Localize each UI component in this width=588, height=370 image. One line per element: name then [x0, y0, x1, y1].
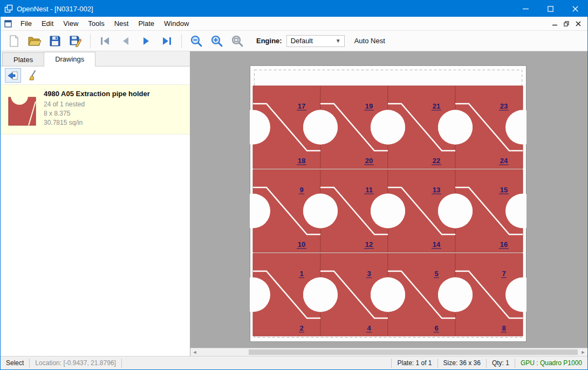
import-drawing-button[interactable]	[5, 68, 21, 83]
engine-select[interactable]: Default ▼	[286, 35, 345, 47]
save-button[interactable]	[45, 32, 65, 50]
zoom-in-magnifier-icon	[210, 35, 223, 48]
open-file-button[interactable]	[24, 32, 45, 50]
status-bar: Select Location: [-0.9437, 21.8796] Plat…	[1, 356, 587, 369]
zoom-window-magnifier-icon	[231, 35, 244, 48]
part-notch	[371, 194, 405, 228]
new-file-button[interactable]	[4, 32, 24, 50]
minimize-button[interactable]	[513, 1, 538, 17]
scrollbar-thumb[interactable]	[249, 349, 578, 355]
part-number-label[interactable]: 23	[500, 102, 508, 110]
first-plate-icon	[99, 36, 111, 46]
first-plate-button[interactable]	[95, 32, 115, 50]
previous-plate-button[interactable]	[115, 32, 136, 50]
part-number-label[interactable]: 6	[434, 324, 438, 332]
part-notch	[303, 194, 338, 228]
drawing-nested-count: 24 of 1 nested	[44, 100, 150, 109]
title-bar: OpenNest - [N0317-002]	[1, 1, 587, 17]
document-icon[interactable]	[1, 20, 16, 28]
menu-item-tools[interactable]: Tools	[83, 17, 109, 31]
plate-canvas[interactable]: 171819202122232491011121314151612345678	[250, 65, 527, 342]
auto-nest-button[interactable]: Auto Nest	[354, 37, 385, 45]
clean-drawings-button[interactable]	[25, 68, 42, 83]
part-number-label[interactable]: 12	[365, 240, 373, 248]
zoom-in-button[interactable]	[207, 32, 227, 50]
part-number-label[interactable]: 16	[500, 240, 508, 248]
next-plate-button[interactable]	[136, 32, 156, 50]
part-notch	[371, 110, 405, 145]
close-button[interactable]	[563, 1, 587, 17]
drawing-area: 30.7815 sq/in	[44, 118, 150, 127]
part-number-label[interactable]: 3	[367, 270, 371, 278]
part-number-label[interactable]: 15	[500, 186, 508, 194]
clean-broom-icon	[28, 70, 39, 81]
menu-item-view[interactable]: View	[58, 17, 83, 31]
scroll-left-icon[interactable]: ◄	[190, 348, 199, 356]
part-thumbnail	[7, 90, 37, 129]
part-number-label[interactable]: 21	[433, 102, 440, 110]
mdi-child-buttons	[549, 18, 587, 29]
zoom-out-button[interactable]	[186, 32, 207, 50]
horizontal-scrollbar[interactable]: ◄ ►	[190, 348, 587, 356]
last-plate-button[interactable]	[156, 32, 177, 50]
status-mode: Select	[1, 359, 30, 368]
drawings-toolbar	[1, 66, 190, 85]
status-gpu: GPU : Quadro P1000	[515, 359, 587, 368]
part-number-label[interactable]: 10	[298, 240, 305, 248]
part-notch	[438, 194, 473, 228]
part-number-label[interactable]: 17	[298, 102, 305, 110]
part-number-label[interactable]: 13	[433, 186, 440, 194]
last-plate-icon	[161, 36, 173, 46]
side-panel: Plates Drawings	[1, 51, 190, 356]
part-number-label[interactable]: 18	[298, 157, 305, 165]
tab-drawings[interactable]: Drawings	[44, 52, 95, 66]
menu-item-nest[interactable]: Nest	[110, 17, 134, 31]
engine-label: Engine:	[256, 37, 282, 45]
part-number-label[interactable]: 19	[365, 102, 373, 110]
menu-item-plate[interactable]: Plate	[133, 17, 159, 31]
open-folder-icon	[28, 35, 42, 47]
scroll-right-icon[interactable]: ►	[579, 348, 587, 356]
caption-buttons	[513, 1, 587, 17]
part-number-label[interactable]: 8	[502, 324, 505, 332]
nesting-canvas[interactable]: 171819202122232491011121314151612345678 …	[190, 51, 587, 356]
part-number-label[interactable]: 11	[365, 186, 373, 194]
status-size: Size: 36 x 36	[437, 359, 486, 368]
part-notch	[303, 110, 338, 145]
part-number-label[interactable]: 1	[299, 270, 303, 278]
menu-item-file[interactable]: File	[16, 17, 37, 31]
main-content: Plates Drawings	[1, 51, 587, 356]
part-number-label[interactable]: 24	[500, 157, 508, 165]
menu-item-edit[interactable]: Edit	[37, 17, 58, 31]
part-number-label[interactable]: 9	[299, 186, 303, 194]
part-number-label[interactable]: 22	[433, 157, 440, 165]
part-notch	[303, 278, 338, 312]
part-number-label[interactable]: 14	[433, 240, 441, 248]
part-number-label[interactable]: 20	[365, 157, 373, 165]
previous-plate-icon	[120, 36, 131, 46]
part-number-label[interactable]: 2	[299, 324, 303, 332]
panel-tab-strip: Plates Drawings	[1, 51, 190, 66]
zoom-out-magnifier-icon	[190, 35, 203, 48]
part-notch	[438, 278, 473, 312]
part-number-label[interactable]: 4	[367, 324, 371, 332]
tab-plates[interactable]: Plates	[2, 52, 44, 66]
save-as-floppy-pencil-icon	[69, 35, 82, 47]
import-arrow-icon	[8, 71, 18, 80]
save-as-button[interactable]	[65, 32, 86, 50]
menu-item-window[interactable]: Window	[159, 17, 194, 31]
part-number-label[interactable]: 5	[434, 270, 438, 278]
mdi-minimize-icon[interactable]	[549, 18, 560, 29]
opennest-window: OpenNest - [N0317-002] File Edit View To…	[0, 0, 588, 370]
zoom-window-button[interactable]	[227, 32, 248, 50]
part-number-label[interactable]: 7	[502, 270, 505, 278]
part-notch	[371, 278, 405, 312]
mdi-restore-icon[interactable]	[560, 18, 572, 29]
engine-selected-value: Default	[291, 37, 313, 45]
status-plate: Plate: 1 of 1	[391, 359, 437, 368]
menu-bar: File Edit View Tools Nest Plate Window	[1, 17, 587, 31]
mdi-close-icon[interactable]	[572, 18, 584, 29]
drawing-list-item[interactable]: 4980 A05 Extraction pipe holder 24 of 1 …	[1, 85, 190, 134]
maximize-button[interactable]	[538, 1, 563, 17]
plate[interactable]: 171819202122232491011121314151612345678	[250, 65, 527, 342]
